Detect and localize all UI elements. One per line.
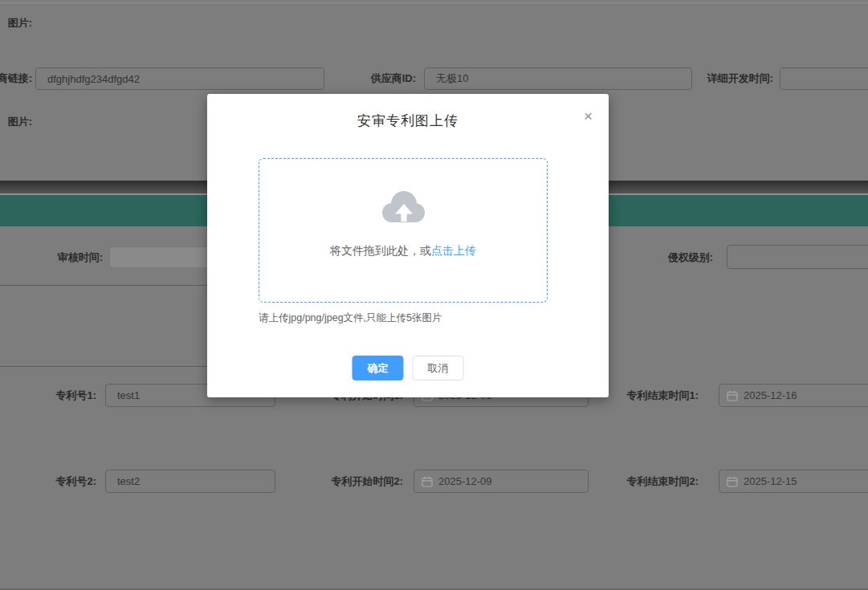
image-label-1: 图片: [0, 17, 32, 29]
calendar-icon [727, 476, 738, 487]
supplier-link-label: 商链接: [0, 72, 32, 84]
patent2-no-label: 专利号2: [32, 475, 96, 487]
dialog-title: 安审专利图上传 [207, 112, 609, 130]
dev-time-input[interactable] [780, 67, 868, 90]
upload-tip: 请上传jpg/png/jpeg文件,只能上传5张图片 [259, 311, 442, 325]
supplier-id-input[interactable] [424, 67, 692, 90]
patent2-end-date-value: 2025-12-15 [744, 475, 797, 487]
dev-time-label: 详细开发时间: [693, 72, 773, 84]
patent2-end-label: 专利结束时间2: [618, 475, 699, 487]
click-upload-link[interactable]: 点击上传 [431, 244, 476, 257]
top-divider-line [0, 2, 868, 3]
upload-cloud-icon [379, 188, 427, 226]
cancel-button[interactable]: 取消 [413, 356, 464, 380]
patent1-no-label: 专利号1: [32, 389, 96, 401]
calendar-icon [727, 390, 738, 401]
close-icon[interactable]: × [584, 108, 593, 124]
confirm-button[interactable]: 确定 [352, 356, 404, 380]
calendar-icon [422, 476, 433, 487]
patent2-start-date-value: 2025-12-09 [438, 475, 492, 487]
infringe-level-input[interactable] [727, 245, 868, 269]
patent2-start-date-input[interactable]: 2025-12-09 [414, 470, 589, 493]
patent2-end-date-input[interactable]: 2025-12-15 [719, 470, 868, 493]
image-label-2: 图片: [0, 116, 32, 128]
upload-dropzone[interactable]: 将文件拖到此处，或点击上传 [259, 158, 548, 303]
drop-text-prefix: 将文件拖到此处，或 [330, 244, 431, 257]
infringe-level-label: 侵权级别: [649, 251, 713, 263]
review-time-label: 审核时间: [39, 251, 103, 263]
upload-dialog: 安审专利图上传 × 将文件拖到此处，或点击上传 请上传jpg/png/jpeg文… [207, 94, 609, 397]
dropzone-text: 将文件拖到此处，或点击上传 [259, 244, 547, 258]
dialog-footer: 确定 取消 [352, 356, 464, 380]
patent1-end-label: 专利结束时间1: [618, 389, 699, 401]
patent2-start-label: 专利开始时间2: [323, 475, 403, 487]
patent1-end-date-input[interactable]: 2025-12-16 [719, 384, 868, 407]
supplier-id-label: 供应商ID: [352, 72, 416, 84]
patent2-no-input[interactable] [105, 470, 275, 493]
patent1-end-date-value: 2025-12-16 [744, 389, 797, 401]
supplier-link-input[interactable] [35, 67, 324, 90]
screen: 图片: 商链接: 供应商ID: 详细开发时间: 图片: 审核时间: 侵权级别: … [0, 0, 868, 590]
